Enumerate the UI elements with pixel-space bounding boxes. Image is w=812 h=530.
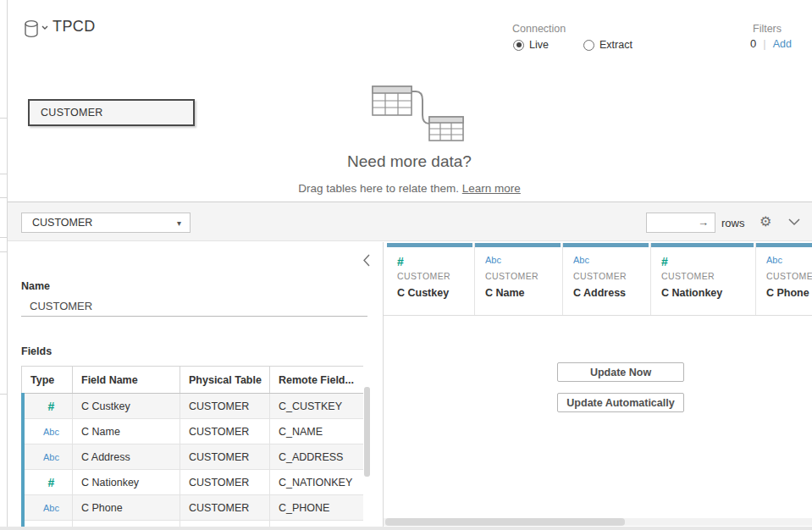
radio-extract-control[interactable] <box>583 40 594 51</box>
number-type-icon: # <box>48 476 55 489</box>
radio-extract[interactable]: Extract <box>583 37 632 52</box>
col-header-physical-table[interactable]: Physical Table <box>180 367 270 394</box>
learn-more-link[interactable]: Learn more <box>462 182 521 195</box>
column-accent-stripe <box>387 243 472 247</box>
column-table-label: CUSTOMER <box>397 271 474 281</box>
canvas-table-label: CUSTOMER <box>41 107 103 119</box>
radio-live-control[interactable] <box>513 40 524 51</box>
string-type-icon: Abc <box>43 503 59 513</box>
remote-field-cell: C_NAME <box>270 419 364 444</box>
rows-limit-field[interactable]: → <box>646 213 715 233</box>
field-row-c-name[interactable]: Abc C Name CUSTOMER C_NAME <box>22 419 364 444</box>
collapse-pane-icon[interactable] <box>362 254 371 267</box>
gear-icon[interactable]: ⚙ <box>760 213 771 230</box>
field-name-cell: C Name <box>73 419 180 444</box>
rail-divider <box>0 251 7 252</box>
column-field-label: C Phone <box>766 287 812 299</box>
rail-divider <box>0 197 7 198</box>
radio-live-label: Live <box>529 39 549 51</box>
filters-count: 0 <box>750 37 756 50</box>
column-field-label: C Name <box>485 287 562 299</box>
physical-table-cell: CUSTOMER <box>180 419 270 444</box>
rail-divider <box>0 237 7 238</box>
caret-down-icon: ▾ <box>177 218 181 228</box>
table-selector-value: CUSTOMER <box>32 217 92 229</box>
relate-tables-illustration-icon <box>362 80 464 146</box>
fields-table: Type Field Name Physical Table Remote Fi… <box>21 366 363 527</box>
filters-label: Filters <box>753 23 782 35</box>
update-now-button[interactable]: Update Now <box>557 362 684 382</box>
col-header-field-name[interactable]: Field Name <box>73 367 180 394</box>
remote-field-cell: C_ADDRESS <box>270 444 364 470</box>
col-header-type[interactable]: Type <box>22 367 73 394</box>
remote-field-cell: C_PHONE <box>270 495 364 521</box>
field-name-cell: C Custkey <box>73 394 180 419</box>
string-type-icon: Abc <box>766 255 812 268</box>
table-name-value: CUSTOMER <box>30 300 92 312</box>
rail-divider <box>0 118 7 119</box>
datasource-title: TPCD <box>52 18 96 36</box>
column-accent-stripe <box>563 243 649 247</box>
field-row-c-address[interactable]: Abc C Address CUSTOMER C_ADDRESS <box>22 444 364 470</box>
string-type-icon: Abc <box>573 255 650 268</box>
physical-table-cell: CUSTOMER <box>180 394 270 419</box>
empty-state-hint-text: Drag tables here to relate them. <box>298 182 459 195</box>
fields-header-row: Type Field Name Physical Table Remote Fi… <box>22 367 364 394</box>
empty-state-hint: Drag tables here to relate them. Learn m… <box>7 182 812 195</box>
rail-divider <box>0 174 7 174</box>
col-header-remote-field[interactable]: Remote Field... <box>270 367 364 394</box>
empty-state-title: Need more data? <box>7 152 812 171</box>
radio-live[interactable]: Live <box>513 37 549 52</box>
column-table-label: CUSTOMER <box>766 271 812 281</box>
fields-label: Fields <box>21 345 52 357</box>
selected-rows-stripe <box>21 393 25 527</box>
canvas-table-customer[interactable]: CUSTOMER <box>28 99 195 126</box>
column-table-label: CUSTOMER <box>661 271 755 281</box>
chevron-down-icon[interactable] <box>788 218 800 226</box>
rows-label: rows <box>721 217 744 229</box>
table-name-field[interactable]: CUSTOMER <box>21 296 367 317</box>
column-accent-stripe <box>756 243 812 247</box>
field-row-c-nationkey[interactable]: # C Nationkey CUSTOMER C_NATIONKEY <box>22 470 364 495</box>
field-name-cell: C Phone <box>73 495 180 521</box>
data-grid-horizontal-scrollbar-thumb[interactable] <box>385 518 625 526</box>
physical-table-cell: CUSTOMER <box>180 444 270 470</box>
name-label: Name <box>21 280 50 292</box>
column-field-label: C Nationkey <box>661 287 755 299</box>
grid-column-c-name[interactable]: Abc CUSTOMER C Name <box>475 243 563 315</box>
collapsed-left-panel[interactable] <box>0 0 8 530</box>
string-type-icon: Abc <box>43 452 59 462</box>
bottom-edge-strip <box>0 527 812 530</box>
table-selector-dropdown[interactable]: CUSTOMER ▾ <box>21 213 191 233</box>
column-field-label: C Address <box>573 287 650 299</box>
data-grid-horizontal-scrollbar-track[interactable] <box>384 518 812 526</box>
filters-divider: | <box>763 37 765 50</box>
remote-field-cell: C_NATIONKEY <box>270 470 364 495</box>
rail-divider <box>0 394 7 395</box>
field-row-c-custkey[interactable]: # C Custkey CUSTOMER C_CUSTKEY <box>22 394 364 419</box>
field-row-c-phone[interactable]: Abc C Phone CUSTOMER C_PHONE <box>22 495 364 521</box>
data-grid-pane: # CUSTOMER C Custkey Abc CUSTOMER C Name… <box>384 242 812 530</box>
column-table-label: CUSTOMER <box>573 271 650 281</box>
number-type-icon: # <box>48 400 55 413</box>
string-type-icon: Abc <box>43 427 59 437</box>
fields-table-vertical-scrollbar[interactable] <box>364 387 370 477</box>
column-table-label: CUSTOMER <box>485 271 562 281</box>
column-accent-stripe <box>651 243 754 247</box>
grid-column-c-custkey[interactable]: # CUSTOMER C Custkey <box>387 243 475 315</box>
grid-column-c-phone[interactable]: Abc CUSTOMER C Phone <box>756 243 812 315</box>
string-type-icon: Abc <box>485 255 562 268</box>
grid-column-c-nationkey[interactable]: # CUSTOMER C Nationkey <box>651 243 756 315</box>
column-accent-stripe <box>475 243 561 247</box>
radio-extract-label: Extract <box>599 39 632 51</box>
remote-field-cell: C_CUSTKEY <box>270 394 364 419</box>
connection-label: Connection <box>512 23 566 35</box>
rows-limit-input[interactable] <box>649 215 701 232</box>
physical-table-cell: CUSTOMER <box>180 495 270 521</box>
grid-column-c-address[interactable]: Abc CUSTOMER C Address <box>563 243 651 315</box>
filters-add-link[interactable]: Add <box>773 38 792 50</box>
filters-row: 0 | Add <box>750 37 792 50</box>
data-grid-header: # CUSTOMER C Custkey Abc CUSTOMER C Name… <box>384 243 812 316</box>
update-automatically-button[interactable]: Update Automatically <box>557 393 684 412</box>
database-icon[interactable] <box>24 19 49 40</box>
